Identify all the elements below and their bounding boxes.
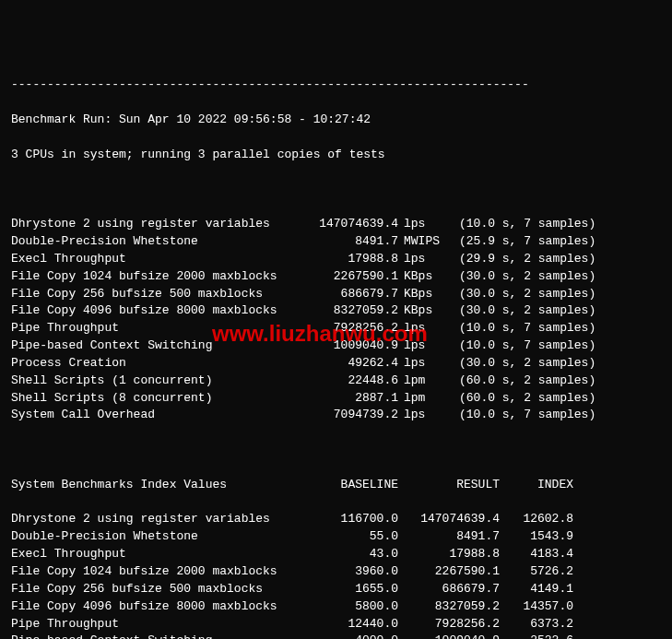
index-baseline: 5800.0: [306, 598, 398, 616]
test-name: File Copy 256 bufsize 500 maxblocks: [11, 286, 306, 303]
index-name: Pipe Throughput: [11, 616, 306, 633]
index-baseline: 116700.0: [306, 511, 398, 528]
test-row: Shell Scripts (8 concurrent)2887.1lpm(60…: [11, 390, 661, 408]
test-timing: (30.0 s, 2 samples): [444, 286, 595, 303]
test-name: Execl Throughput: [11, 251, 306, 268]
index-baseline: 55.0: [306, 528, 398, 546]
index-row: Pipe Throughput12440.07928256.26373.2: [11, 616, 661, 633]
test-name: Process Creation: [11, 355, 306, 373]
test-name: Pipe-based Context Switching: [11, 337, 306, 355]
index-index-header: INDEX: [500, 477, 573, 494]
index-name: File Copy 1024 bufsize 2000 maxblocks: [11, 563, 306, 581]
test-row: System Call Overhead7094739.2lps(10.0 s,…: [11, 407, 661, 424]
test-value: 8491.7: [306, 233, 398, 251]
index-result: 147074639.4: [398, 511, 500, 528]
index-name: Dhrystone 2 using register variables: [11, 511, 306, 528]
test-value: 8327059.2: [306, 302, 398, 320]
index-result: 1009040.9: [398, 633, 500, 639]
test-row: Dhrystone 2 using register variables1470…: [11, 216, 661, 233]
test-value: 2887.1: [306, 390, 398, 408]
index-row: Dhrystone 2 using register variables1167…: [11, 511, 661, 528]
index-baseline: 3960.0: [306, 563, 398, 581]
test-unit: lps: [398, 216, 444, 233]
test-value: 1009040.9: [306, 337, 398, 355]
index-baseline: 43.0: [306, 546, 398, 563]
test-timing: (30.0 s, 2 samples): [444, 268, 595, 286]
index-name: File Copy 4096 bufsize 8000 maxblocks: [11, 598, 306, 616]
blank-line: [11, 181, 661, 198]
test-unit: lps: [398, 355, 444, 373]
test-unit: lpm: [398, 390, 444, 408]
index-name: Double-Precision Whetstone: [11, 528, 306, 546]
index-baseline-header: BASELINE: [306, 477, 398, 494]
index-baseline: 1655.0: [306, 581, 398, 598]
test-name: Dhrystone 2 using register variables: [11, 216, 306, 233]
test-timing: (10.0 s, 7 samples): [444, 337, 595, 355]
index-result-header: RESULT: [398, 477, 500, 494]
test-timing: (30.0 s, 2 samples): [444, 302, 595, 320]
index-list: Dhrystone 2 using register variables1167…: [11, 511, 661, 639]
index-index: 4183.4: [500, 546, 573, 563]
test-row: Shell Scripts (1 concurrent)22448.6lpm(6…: [11, 373, 661, 390]
index-index: 14357.0: [500, 598, 573, 616]
test-name: File Copy 4096 bufsize 8000 maxblocks: [11, 302, 306, 320]
index-row: File Copy 1024 bufsize 2000 maxblocks396…: [11, 563, 661, 581]
index-result: 17988.8: [398, 546, 500, 563]
test-value: 7928256.2: [306, 320, 398, 337]
index-name: File Copy 256 bufsize 500 maxblocks: [11, 581, 306, 598]
test-row: Pipe-based Context Switching1009040.9lps…: [11, 337, 661, 355]
test-unit: lps: [398, 320, 444, 337]
index-row: File Copy 256 bufsize 500 maxblocks1655.…: [11, 581, 661, 598]
test-unit: lps: [398, 251, 444, 268]
test-name: System Call Overhead: [11, 407, 306, 424]
index-result: 2267590.1: [398, 563, 500, 581]
test-row: File Copy 4096 bufsize 8000 maxblocks832…: [11, 302, 661, 320]
test-timing: (10.0 s, 7 samples): [444, 216, 595, 233]
test-unit: lpm: [398, 373, 444, 390]
tests-list: Dhrystone 2 using register variables1470…: [11, 216, 661, 424]
test-name: File Copy 1024 bufsize 2000 maxblocks: [11, 268, 306, 286]
blank-line: [11, 442, 661, 459]
test-name: Shell Scripts (8 concurrent): [11, 390, 306, 408]
test-unit: MWIPS: [398, 233, 444, 251]
test-row: Double-Precision Whetstone8491.7MWIPS(25…: [11, 233, 661, 251]
test-unit: lps: [398, 337, 444, 355]
test-row: Process Creation49262.4lps(30.0 s, 2 sam…: [11, 355, 661, 373]
test-value: 147074639.4: [306, 216, 398, 233]
index-baseline: 12440.0: [306, 616, 398, 633]
test-row: File Copy 256 bufsize 500 maxblocks68667…: [11, 286, 661, 303]
test-timing: (30.0 s, 2 samples): [444, 355, 595, 373]
index-result: 8327059.2: [398, 598, 500, 616]
cpu-info: 3 CPUs in system; running 3 parallel cop…: [11, 147, 661, 164]
index-name: Pipe-based Context Switching: [11, 633, 306, 639]
index-index: 12602.8: [500, 511, 573, 528]
test-value: 686679.7: [306, 286, 398, 303]
benchmark-run-header: Benchmark Run: Sun Apr 10 2022 09:56:58 …: [11, 112, 661, 129]
index-title: System Benchmarks Index Values: [11, 477, 306, 494]
test-value: 17988.8: [306, 251, 398, 268]
test-value: 7094739.2: [306, 407, 398, 424]
index-index: 2522.6: [500, 633, 573, 639]
index-index: 5726.2: [500, 563, 573, 581]
test-name: Pipe Throughput: [11, 320, 306, 337]
test-timing: (25.9 s, 7 samples): [444, 233, 595, 251]
test-row: Execl Throughput17988.8lps(29.9 s, 2 sam…: [11, 251, 661, 268]
index-row: Double-Precision Whetstone55.08491.71543…: [11, 528, 661, 546]
index-row: File Copy 4096 bufsize 8000 maxblocks580…: [11, 598, 661, 616]
index-row: Execl Throughput43.017988.84183.4: [11, 546, 661, 563]
index-name: Execl Throughput: [11, 546, 306, 563]
separator-line: ----------------------------------------…: [11, 77, 661, 94]
test-row: Pipe Throughput7928256.2lps(10.0 s, 7 sa…: [11, 320, 661, 337]
test-value: 2267590.1: [306, 268, 398, 286]
test-unit: KBps: [398, 268, 444, 286]
test-row: File Copy 1024 bufsize 2000 maxblocks226…: [11, 268, 661, 286]
test-timing: (10.0 s, 7 samples): [444, 320, 595, 337]
index-index: 1543.9: [500, 528, 573, 546]
test-unit: KBps: [398, 302, 444, 320]
test-unit: KBps: [398, 286, 444, 303]
index-baseline: 4000.0: [306, 633, 398, 639]
test-timing: (60.0 s, 2 samples): [444, 373, 595, 390]
index-result: 7928256.2: [398, 616, 500, 633]
index-index: 4149.1: [500, 581, 573, 598]
index-row: Pipe-based Context Switching4000.0100904…: [11, 633, 661, 639]
